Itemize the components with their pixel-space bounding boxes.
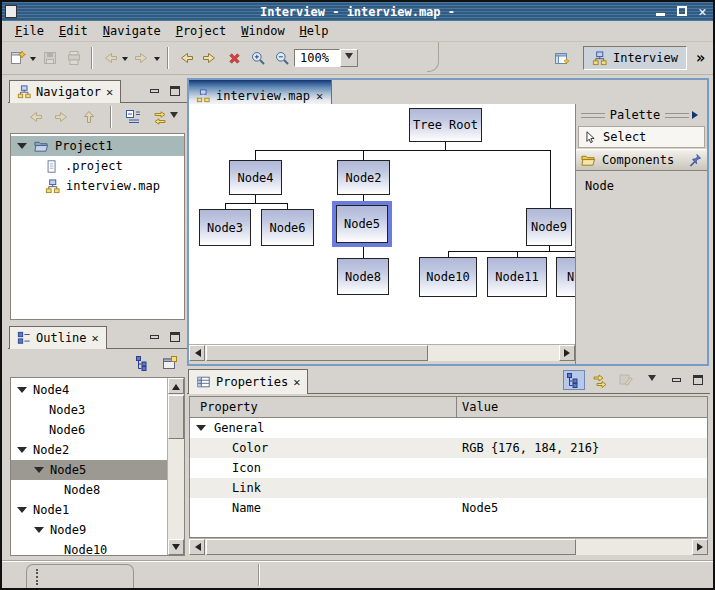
diagram-node-node10[interactable]: Node10: [419, 257, 477, 297]
palette-tool-select[interactable]: Select: [578, 126, 705, 148]
outline-vertical-scrollbar[interactable]: [167, 378, 184, 555]
expander-icon[interactable]: [34, 527, 44, 533]
print-button[interactable]: [62, 46, 86, 70]
outline-item-node5[interactable]: Node5: [11, 460, 184, 480]
menu-navigate[interactable]: Navigate: [103, 24, 161, 38]
save-button[interactable]: [38, 46, 62, 70]
forward-button[interactable]: [130, 46, 154, 70]
property-row-name[interactable]: Name Node5: [190, 498, 707, 518]
expander-icon[interactable]: [196, 425, 206, 431]
outline-maximize-button[interactable]: [166, 328, 184, 345]
navigator-forward-button[interactable]: [51, 106, 73, 128]
window-menu-icon[interactable]: [5, 5, 17, 18]
expander-icon[interactable]: [17, 387, 27, 393]
perspective-button-interview[interactable]: Interview: [583, 46, 687, 70]
properties-maximize-button[interactable]: [689, 372, 707, 389]
scroll-thumb[interactable]: [206, 539, 576, 555]
navigator-maximize-button[interactable]: [166, 82, 184, 99]
outline-tab[interactable]: Outline: [9, 326, 107, 349]
pin-icon[interactable]: [687, 153, 702, 168]
perspective-overflow-chevron[interactable]: [696, 49, 705, 67]
scroll-left-arrow[interactable]: [189, 539, 205, 555]
close-button[interactable]: [695, 4, 710, 18]
scroll-thumb[interactable]: [168, 395, 184, 439]
show-advanced-properties-button[interactable]: [589, 370, 611, 390]
palette-item-node[interactable]: Node: [576, 176, 707, 196]
property-row-color[interactable]: Color RGB {176, 184, 216}: [190, 438, 707, 458]
drag-grip-icon[interactable]: [36, 569, 38, 585]
outline-item-node3[interactable]: Node3: [11, 400, 184, 420]
navigator-minimize-button[interactable]: [145, 82, 163, 99]
expander-icon[interactable]: [17, 447, 27, 453]
navigator-close-icon[interactable]: [106, 85, 113, 99]
menu-edit[interactable]: Edit: [59, 24, 88, 38]
zoom-level-combo[interactable]: 100%: [294, 49, 340, 67]
navigator-tab[interactable]: Navigator: [9, 80, 121, 103]
delete-button[interactable]: [222, 46, 246, 70]
properties-minimize-button[interactable]: [667, 372, 685, 389]
expander-icon[interactable]: [17, 143, 27, 149]
tree-item-project1[interactable]: Project1: [11, 136, 184, 156]
properties-close-icon[interactable]: [293, 375, 300, 389]
outline-item-node2[interactable]: Node2: [11, 440, 184, 460]
diagram-node-node4[interactable]: Node4: [229, 160, 282, 195]
open-perspective-button[interactable]: [550, 46, 574, 70]
outline-tree[interactable]: Node4 Node3 Node6 Node2 Node5 Node8 Node…: [10, 377, 185, 556]
zoom-out-button[interactable]: [270, 46, 294, 70]
diagram-node-node11[interactable]: Node11: [487, 257, 547, 297]
diagram-node-node2[interactable]: Node2: [337, 160, 390, 195]
editor-tab-interview-map[interactable]: interview.map: [189, 80, 332, 104]
scroll-right-arrow[interactable]: [692, 539, 708, 555]
zoom-in-button[interactable]: [246, 46, 270, 70]
diagram-node-node3[interactable]: Node3: [199, 209, 251, 246]
navigator-back-button[interactable]: [24, 106, 46, 128]
diagram-node-node6[interactable]: Node6: [261, 209, 314, 246]
scroll-thumb[interactable]: [206, 345, 428, 361]
diagram-node-node8[interactable]: Node8: [337, 258, 389, 295]
minimize-button[interactable]: [653, 4, 668, 18]
diagram-node-node5-selected[interactable]: Node5: [336, 205, 388, 243]
undo-button[interactable]: [174, 46, 198, 70]
properties-horizontal-scrollbar[interactable]: [189, 538, 708, 555]
forward-dropdown-icon[interactable]: [154, 57, 160, 64]
zoom-combo-dropdown[interactable]: [340, 49, 358, 67]
scroll-up-arrow[interactable]: [168, 378, 184, 394]
diagram-node-node9[interactable]: Node9: [526, 208, 572, 246]
fast-view-bar[interactable]: [26, 564, 134, 589]
property-row-icon[interactable]: Icon: [190, 458, 707, 478]
redo-button[interactable]: [198, 46, 222, 70]
new-wizard-button[interactable]: [6, 46, 30, 70]
restore-default-value-button[interactable]: [615, 370, 637, 390]
editor-tab-close-icon[interactable]: [316, 89, 323, 103]
palette-header[interactable]: Palette: [576, 104, 707, 124]
outline-item-node9[interactable]: Node9: [11, 520, 184, 540]
back-dropdown-icon[interactable]: [122, 57, 128, 64]
properties-tree-mode-button[interactable]: [563, 370, 585, 390]
outline-item-node8[interactable]: Node8: [11, 480, 184, 500]
collapse-all-button[interactable]: [122, 106, 144, 128]
outline-tree-mode-button[interactable]: [132, 352, 154, 374]
menu-project[interactable]: Project: [176, 24, 227, 38]
outline-item-node6[interactable]: Node6: [11, 420, 184, 440]
maximize-button[interactable]: [674, 4, 689, 18]
navigator-tree[interactable]: Project1 .project interview.map: [10, 133, 185, 320]
outline-item-node4[interactable]: Node4: [11, 380, 184, 400]
diagram-node-tree-root[interactable]: Tree Root: [409, 108, 482, 142]
navigator-up-button[interactable]: [78, 106, 100, 128]
palette-drawer-components[interactable]: Components: [576, 149, 707, 171]
outline-overview-button[interactable]: [159, 352, 181, 374]
outline-close-icon[interactable]: [92, 331, 99, 345]
scroll-left-arrow[interactable]: [189, 345, 205, 361]
editor-canvas[interactable]: Tree Root Node4 Node2 Node3 Node6 Node5 …: [189, 104, 575, 344]
menu-window[interactable]: Window: [241, 24, 284, 38]
expander-icon[interactable]: [17, 507, 27, 513]
property-row-link[interactable]: Link: [190, 478, 707, 498]
canvas-horizontal-scrollbar[interactable]: [189, 344, 575, 361]
properties-view-menu[interactable]: [641, 370, 663, 390]
titlebar[interactable]: Interview - interview.map -: [2, 2, 713, 21]
outline-item-node1[interactable]: Node1: [11, 500, 184, 520]
back-button[interactable]: [98, 46, 122, 70]
palette-collapse-icon[interactable]: [692, 111, 702, 119]
scroll-right-arrow[interactable]: [559, 345, 575, 361]
diagram-node-clipped[interactable]: N: [556, 257, 575, 297]
